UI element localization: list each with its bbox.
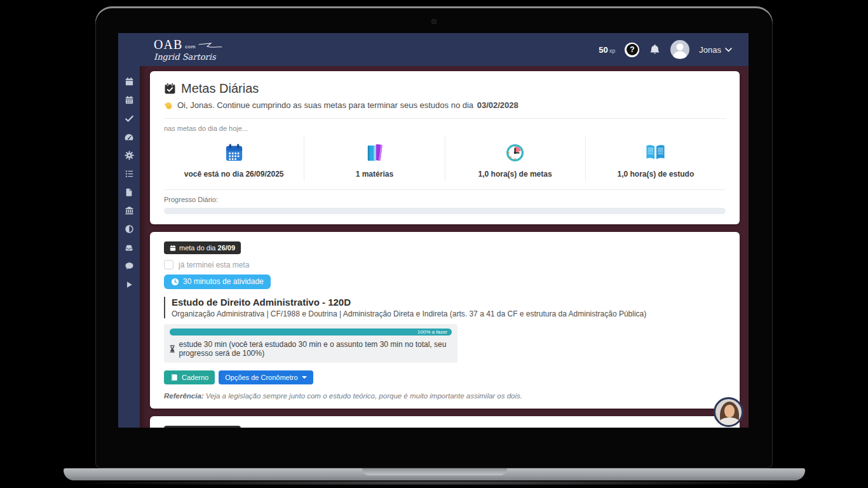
sidebar-item-chat[interactable] (118, 257, 140, 275)
list-icon (125, 169, 134, 179)
daily-progress-label: Progresso Diário: (164, 196, 726, 203)
mini-clock-icon (171, 278, 179, 286)
brand-logo[interactable]: OAB com Ingrid Sartoris (154, 38, 222, 61)
sidebar-item-dashboard[interactable] (118, 128, 140, 146)
goal-subtitle: Organização Administrativa | CF/1988 e D… (172, 309, 726, 318)
inbox-icon (124, 243, 134, 252)
hourglass-icon (170, 344, 175, 353)
goal-progress-bar: 100% a fazer (170, 329, 452, 336)
sidebar-item-institution[interactable] (118, 201, 140, 220)
goal-date-badge: meta do dia 26/09 (164, 426, 241, 428)
goal-reference: Referência: Veja a legislação sempre jun… (164, 392, 726, 400)
sidebar-item-play[interactable] (118, 275, 140, 294)
play-icon (125, 280, 133, 289)
sidebar-item-tasks[interactable] (118, 109, 140, 128)
notebook-button[interactable]: Caderno (164, 370, 215, 384)
laptop-base-shadow (83, 480, 786, 485)
target-date: 03/02/2028 (477, 100, 519, 110)
goal-card-2: meta do dia 26/09 já terminei esta meta … (150, 416, 740, 428)
stat-study-hours: 1,0 hora(s) de estudo (585, 136, 726, 181)
gear-icon (125, 151, 134, 160)
logo-oab-text: OAB (154, 38, 182, 51)
help-button[interactable]: ? (625, 43, 639, 57)
app-window: OAB com Ingrid Sartoris 50xp ? (118, 33, 749, 428)
goal-title-block: Estudo de Direito Administrativo - 120D … (164, 297, 726, 318)
goal-card-1: meta do dia 26/09 já terminei esta meta … (150, 232, 740, 409)
clock-emoji-icon (505, 143, 525, 163)
institution-icon (125, 206, 134, 215)
goal-duration-badge[interactable]: 30 minutos de atividade (164, 274, 271, 289)
goal-done-checkbox[interactable] (164, 260, 173, 269)
user-name: Jonas (699, 45, 721, 55)
sidebar-item-schedule[interactable] (118, 91, 140, 109)
chevron-down-icon (725, 48, 732, 52)
chat-icon (125, 261, 134, 271)
calendar-grid-icon (125, 95, 134, 105)
logo-script-text: Ingrid Sartoris (154, 53, 222, 61)
sidebar-item-contrast[interactable] (118, 220, 140, 238)
divider (164, 189, 726, 190)
caret-down-icon (302, 376, 307, 379)
book-icon (170, 374, 178, 381)
check-icon (125, 114, 134, 123)
stat-subjects: 1 matérias (304, 136, 444, 181)
goal-date-badge: meta do dia 26/09 (164, 241, 241, 254)
top-navbar: OAB com Ingrid Sartoris 50xp ? (118, 33, 749, 66)
avatar-face (724, 405, 735, 417)
stats-row: você está no dia 26/09/2025 1 matérias (164, 136, 726, 181)
goal-done-label: já terminei esta meta (179, 261, 249, 269)
contrast-icon (125, 224, 134, 234)
main-content: Metas Diárias Oi, Jonas. Continue cumpri… (140, 66, 749, 428)
stat-current-day: você está no dia 26/09/2025 (164, 136, 304, 181)
sidebar-item-calendar[interactable] (118, 72, 140, 91)
goal-progress-hint: estude 30 min (você terá estudado 30 min… (170, 340, 452, 358)
logo-swoosh-icon (198, 43, 222, 49)
logo-com-text: com (185, 44, 196, 51)
stat-goal-hours: 1,0 hora(s) de metas (445, 136, 585, 181)
goal-progress-text: 100% a fazer (417, 329, 447, 335)
laptop-base (64, 468, 805, 480)
calendar-emoji-icon (224, 143, 244, 163)
timer-options-button[interactable]: Opções de Cronômetro (219, 370, 313, 384)
mini-calendar-icon (170, 245, 176, 252)
user-avatar[interactable] (670, 40, 689, 59)
calendar-icon (125, 77, 134, 86)
sidebar-item-settings[interactable] (118, 146, 140, 165)
sidebar-nav (118, 66, 140, 428)
user-menu[interactable]: Jonas (699, 45, 732, 55)
daily-progress-bar (164, 208, 726, 214)
greeting-text: Oi, Jonas. Continue cumprindo as suas me… (164, 100, 726, 110)
laptop-screen: OAB com Ingrid Sartoris 50xp ? (118, 33, 749, 428)
support-chat-avatar[interactable] (714, 397, 743, 427)
person-silhouette-icon (670, 40, 689, 59)
webcam (431, 19, 437, 24)
sidebar-item-list[interactable] (118, 165, 140, 183)
laptop-lid: OAB com Ingrid Sartoris 50xp ? (95, 6, 773, 468)
stats-subheading: nas metas do dia de hoje... (164, 125, 726, 132)
divider (164, 118, 726, 119)
document-icon (125, 187, 133, 197)
laptop-base-notch (362, 468, 507, 475)
goal-title: Estudo de Direito Administrativo - 120D (172, 297, 726, 308)
open-book-emoji-icon (645, 144, 666, 161)
xp-counter: 50xp (599, 45, 615, 55)
sidebar-item-inbox[interactable] (118, 238, 140, 257)
waving-hand-icon (164, 100, 173, 110)
bell-icon[interactable] (649, 43, 661, 56)
sidebar-item-documents[interactable] (118, 183, 140, 201)
books-emoji-icon (365, 143, 384, 163)
goal-progress-box: 100% a fazer estude 30 min (você terá es… (164, 324, 458, 363)
dashboard-icon (124, 132, 134, 142)
calendar-check-icon (164, 83, 176, 95)
page-title: Metas Diárias (181, 81, 259, 96)
daily-goals-card: Metas Diárias Oi, Jonas. Continue cumpri… (150, 71, 740, 224)
question-icon: ? (627, 44, 638, 55)
